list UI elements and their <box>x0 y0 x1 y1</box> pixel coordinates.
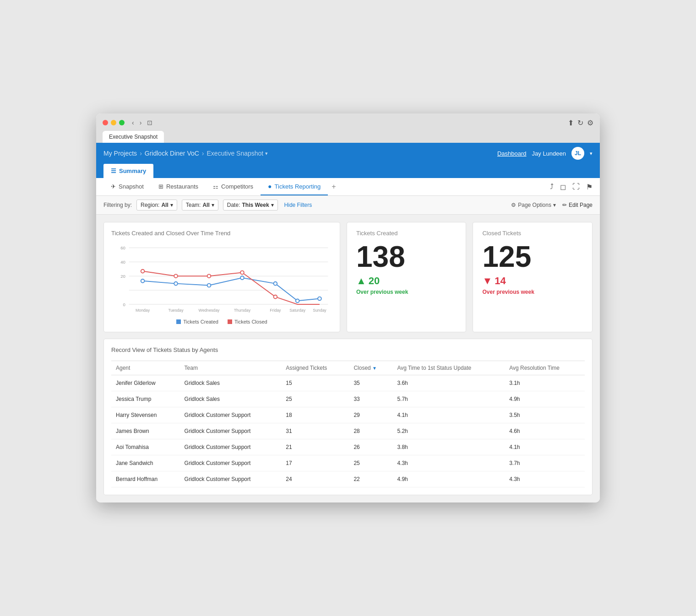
back-button[interactable]: ‹ <box>130 118 136 127</box>
gear-icon: ⚙ <box>511 202 516 208</box>
browser-tab[interactable]: Executive Snapshot <box>103 131 164 143</box>
table-row: Bernard Hoffman Gridlock Customer Suppor… <box>111 471 585 487</box>
closed-tickets-card: Closed Tickets 125 ▼ 14 Over previous we… <box>473 222 593 332</box>
svg-text:Friday: Friday <box>270 308 281 313</box>
cell-agent: Jessica Trump <box>111 391 180 407</box>
svg-point-16 <box>141 279 145 283</box>
svg-point-21 <box>296 299 299 303</box>
cell-closed: 33 <box>349 391 392 407</box>
dropdown-arrow-icon[interactable]: ▾ <box>265 151 268 157</box>
svg-text:Thursday: Thursday <box>234 308 251 313</box>
settings-icon[interactable]: ⚙ <box>587 119 593 127</box>
svg-point-23 <box>141 270 145 273</box>
cell-avg-resolution: 3.5h <box>505 407 585 423</box>
header-right: Dashboard Jay Lundeen JL ▾ <box>497 147 593 160</box>
pencil-icon: ✏ <box>562 202 567 208</box>
breadcrumb-part1[interactable]: My Projects <box>103 150 137 157</box>
cell-agent: Harry Stevensen <box>111 407 180 423</box>
cell-avg-time: 4.1h <box>392 407 505 423</box>
user-menu-arrow[interactable]: ▾ <box>590 151 593 157</box>
edit-page-button[interactable]: ✏ Edit Page <box>562 202 593 208</box>
cell-agent: James Brown <box>111 423 180 439</box>
cell-assigned: 25 <box>281 391 349 407</box>
cell-team: Gridlock Customer Support <box>180 455 282 471</box>
svg-point-24 <box>174 274 178 278</box>
date-label: Date: <box>227 202 240 208</box>
summary-tab[interactable]: ☰ Summary <box>103 164 153 178</box>
minimize-dot[interactable] <box>111 120 116 125</box>
main-content: Tickets Created and Closed Over Time Tre… <box>96 215 600 503</box>
chart-title: Tickets Created and Closed Over Time Tre… <box>111 230 332 237</box>
legend-closed: Tickets Closed <box>228 319 267 324</box>
svg-text:0: 0 <box>123 302 125 307</box>
svg-point-27 <box>273 295 277 299</box>
tab-restaurants[interactable]: ⊞ Restaurants <box>151 178 206 195</box>
dashboard-link[interactable]: Dashboard <box>497 150 527 157</box>
closed-tickets-change-value: 14 <box>495 275 506 287</box>
cell-agent: Jenifer Glderlow <box>111 375 180 391</box>
tab-tickets-reporting[interactable]: ● Tickets Reporting <box>261 178 328 195</box>
cell-team: Gridlock Customer Support <box>180 423 282 439</box>
tickets-created-card: Tickets Created 138 ▲ 20 Over previous w… <box>347 222 467 332</box>
close-dot[interactable] <box>103 120 108 125</box>
share-icon[interactable]: ⬆ <box>568 119 574 127</box>
table-row: Jane Sandwich Gridlock Customer Support … <box>111 455 585 471</box>
breadcrumb: My Projects › Gridlock Diner VoC › Execu… <box>103 150 268 157</box>
breadcrumb-sep1: › <box>140 150 142 157</box>
user-avatar[interactable]: JL <box>571 147 584 160</box>
date-filter[interactable]: Date: This Week ▾ <box>223 200 278 211</box>
cell-team: Gridlock Sales <box>180 391 282 407</box>
region-dropdown-icon: ▾ <box>170 202 173 208</box>
table-title: Record View of Tickets Status by Agents <box>111 346 585 353</box>
tickets-created-period: Over previous week <box>356 289 457 295</box>
tab-actions: ⤴ ◻ ⛶ ⚑ <box>550 183 593 191</box>
chart-card: Tickets Created and Closed Over Time Tre… <box>103 222 340 332</box>
breadcrumb-part2[interactable]: Gridlock Diner VoC <box>145 150 199 157</box>
cell-agent: Bernard Hoffman <box>111 471 180 487</box>
pin-icon[interactable]: ⚑ <box>586 183 593 191</box>
line-chart: 60 40 20 0 Monday Tuesday Wednesday Thur… <box>111 242 332 315</box>
team-dropdown-icon: ▾ <box>212 202 214 208</box>
cell-closed: 28 <box>349 423 392 439</box>
cell-closed: 22 <box>349 471 392 487</box>
tickets-created-change: ▲ 20 <box>356 275 457 287</box>
page-options-button[interactable]: ⚙ Page Options ▾ <box>511 202 556 208</box>
cell-avg-time: 5.2h <box>392 423 505 439</box>
svg-point-18 <box>207 284 211 287</box>
team-filter[interactable]: Team: All ▾ <box>182 200 218 211</box>
sort-arrow-icon: ▼ <box>372 366 377 371</box>
legend-created-label: Tickets Created <box>183 319 218 324</box>
maximize-dot[interactable] <box>119 120 125 125</box>
filter-bar-right: ⚙ Page Options ▾ ✏ Edit Page <box>511 202 593 208</box>
svg-text:Monday: Monday <box>136 308 150 313</box>
cell-avg-time: 3.8h <box>392 439 505 455</box>
tab-snapshot[interactable]: ✈ Snapshot <box>103 178 151 195</box>
table-row: Jessica Trump Gridlock Sales 25 33 5.7h … <box>111 391 585 407</box>
snapshot-icon: ✈ <box>111 183 116 190</box>
chart-area: 60 40 20 0 Monday Tuesday Wednesday Thur… <box>111 242 332 315</box>
cell-closed: 26 <box>349 439 392 455</box>
summary-tab-label: Summary <box>119 168 146 174</box>
mobile-view-icon[interactable]: ◻ <box>560 183 566 191</box>
closed-tickets-change: ▼ 14 <box>482 275 583 287</box>
tab-competitors[interactable]: ⚏ Competitors <box>206 178 261 195</box>
expand-view-icon[interactable]: ⛶ <box>572 183 580 191</box>
col-closed[interactable]: Closed ▼ <box>349 361 392 375</box>
refresh-icon[interactable]: ↻ <box>577 119 583 127</box>
share-action-icon[interactable]: ⤴ <box>550 183 554 191</box>
region-filter[interactable]: Region: All ▾ <box>136 200 177 211</box>
reader-button[interactable]: ⊡ <box>145 118 154 127</box>
cards-row: Tickets Created and Closed Over Time Tre… <box>103 222 593 332</box>
hide-filters-link[interactable]: Hide Filters <box>284 202 312 208</box>
breadcrumb-sep2: › <box>202 150 204 157</box>
svg-point-22 <box>318 297 321 301</box>
table-body: Jenifer Glderlow Gridlock Sales 15 35 3.… <box>111 375 585 487</box>
legend-closed-label: Tickets Closed <box>234 319 267 324</box>
tab-add-button[interactable]: + <box>328 178 339 195</box>
cell-team: Gridlock Sales <box>180 375 282 391</box>
browser-window: ‹ › ⊡ ⬆ ↻ ⚙ Executive Snapshot My Projec… <box>96 113 600 503</box>
table-row: Aoi Tomahisa Gridlock Customer Support 2… <box>111 439 585 455</box>
forward-button[interactable]: › <box>138 118 144 127</box>
cell-avg-time: 4.3h <box>392 455 505 471</box>
cell-avg-resolution: 3.7h <box>505 455 585 471</box>
